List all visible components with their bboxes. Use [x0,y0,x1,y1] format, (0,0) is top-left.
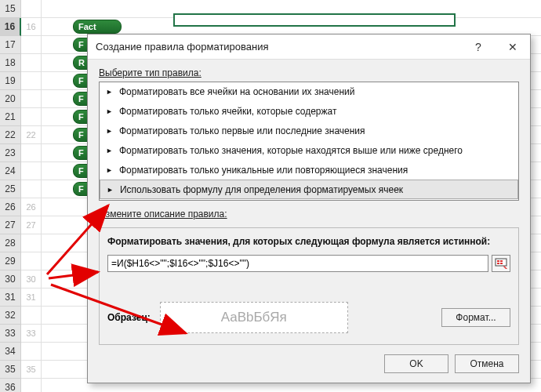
row-header[interactable]: 28 [0,234,21,252]
format-preview: АаВbБбЯя [160,302,348,333]
row-index: 31 [21,289,42,307]
row-header[interactable]: 16 [0,18,21,36]
triangle-icon: ► [106,166,113,174]
triangle-icon: ► [106,147,113,154]
rule-type-item[interactable]: ►Форматировать только значения, которые … [100,141,518,161]
row-header[interactable]: 32 [0,307,21,325]
rule-type-item[interactable]: ►Форматировать только уникальные или пов… [100,161,518,180]
rule-type-text: Форматировать только значения, которые н… [119,145,463,156]
ok-button[interactable]: OK [384,354,448,373]
dialog-footer: OK Отмена [384,354,519,373]
row-header[interactable]: 21 [0,108,21,126]
preview-label: Образец: [107,312,151,323]
rule-type-item[interactable]: ►Форматировать все ячейки на основании и… [100,82,518,102]
rule-type-list[interactable]: ►Форматировать все ячейки на основании и… [99,82,519,201]
help-button[interactable]: ? [461,34,496,60]
row-index: 26 [21,198,42,216]
rule-type-text: Форматировать только ячейки, которые сод… [119,106,337,117]
row-header[interactable]: 29 [0,252,21,270]
row-index: 35 [21,361,42,379]
svg-rect-2 [500,260,503,262]
row-index [21,343,42,361]
row-index: 33 [21,325,42,343]
svg-rect-4 [500,263,503,264]
row-index [21,307,42,325]
close-button[interactable]: ✕ [496,34,530,60]
rule-type-text: Использовать формулу для определения фор… [120,184,403,195]
row-header[interactable]: 18 [0,54,21,72]
row-index [21,180,42,198]
svg-rect-0 [496,259,507,266]
triangle-icon: ► [106,88,113,96]
row-header[interactable]: 26 [0,198,21,216]
row-header[interactable]: 23 [0,144,21,162]
triangle-icon: ► [106,107,113,115]
row-header[interactable]: 30 [0,270,21,289]
row-header[interactable]: 19 [0,72,21,90]
dialog-title: Создание правила форматирования [96,41,461,53]
select-rule-type-label: Выберите тип правила: [99,67,519,78]
row-header[interactable]: 31 [0,289,21,307]
row-index [21,72,42,90]
triangle-icon: ► [107,186,114,194]
row-header[interactable]: 15 [0,0,21,18]
row-index [21,0,42,18]
cancel-button[interactable]: Отмена [455,354,519,373]
row-header[interactable]: 24 [0,162,21,180]
svg-rect-1 [497,260,499,262]
row-header[interactable]: 35 [0,361,21,379]
rule-type-item[interactable]: ►Использовать формулу для определения фо… [100,180,518,199]
row-index [21,379,42,392]
rule-type-text: Форматировать только первые или последни… [119,125,365,136]
row-index [21,54,42,72]
row-index [21,252,42,270]
formatting-rule-dialog: Создание правила форматирования ? ✕ Выбе… [87,34,531,383]
range-selector-icon [495,258,507,269]
edit-description-label: Измените описание правила: [99,209,519,220]
row-index: 30 [21,270,42,289]
rule-description-group: Форматировать значения, для которых след… [99,227,519,345]
formula-caption: Форматировать значения, для которых след… [107,236,510,247]
row-index [21,90,42,108]
row-header[interactable]: 22 [0,126,21,144]
row-index: 27 [21,216,42,234]
row-header[interactable]: 17 [0,36,21,54]
row-header[interactable]: 25 [0,180,21,198]
row-index [21,162,42,180]
row-index [21,36,42,54]
row-header[interactable]: 27 [0,216,21,234]
row-index [21,144,42,162]
row-index [21,108,42,126]
row-index: 22 [21,126,42,144]
row-index [21,234,42,252]
rule-type-text: Форматировать только уникальные или повт… [119,165,408,176]
rule-type-item[interactable]: ►Форматировать только первые или последн… [100,122,518,141]
formula-input[interactable] [107,255,488,272]
svg-rect-3 [497,263,499,264]
dialog-titlebar[interactable]: Создание правила форматирования ? ✕ [88,34,530,60]
row-header[interactable]: 36 [0,379,21,392]
row-header[interactable]: 33 [0,325,21,343]
row-header[interactable]: 20 [0,90,21,108]
pill-fact[interactable]: Fact [73,20,122,34]
collapse-dialog-button[interactable] [492,255,510,272]
triangle-icon: ► [106,127,113,135]
row-index: 16 [21,18,42,36]
format-button[interactable]: Формат... [441,308,510,327]
row-header[interactable]: 34 [0,343,21,361]
rule-type-text: Форматировать все ячейки на основании их… [119,86,355,97]
selected-cell[interactable] [173,13,456,27]
rule-type-item[interactable]: ►Форматировать только ячейки, которые со… [100,102,518,122]
